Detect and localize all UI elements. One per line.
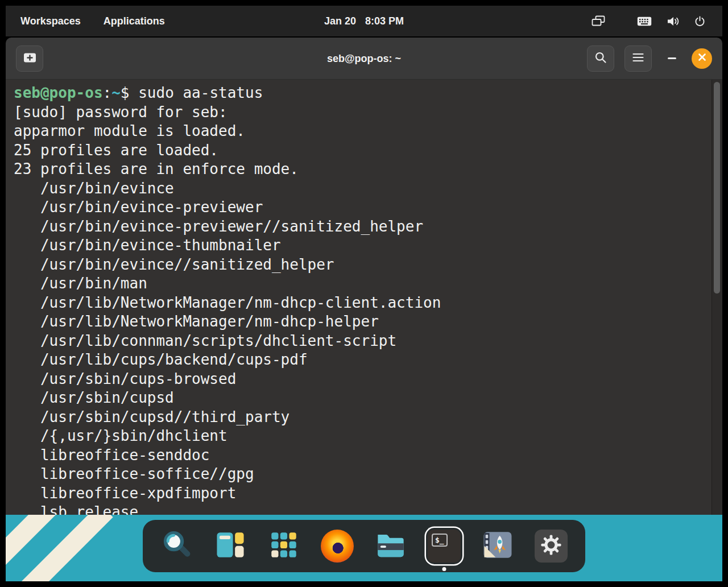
titlebar-controls <box>587 38 712 79</box>
menu-button[interactable] <box>624 46 652 72</box>
desktop-screen: Workspaces Applications Jan 20 8:03 PM <box>0 0 728 587</box>
applications-grid-icon <box>267 528 300 564</box>
clock[interactable]: Jan 20 8:03 PM <box>324 15 404 27</box>
terminal-text: seb@pop-os:~$ sudo aa-status [sudo] pass… <box>6 80 722 515</box>
clock-date: Jan 20 <box>324 15 356 27</box>
gear-icon <box>540 534 562 558</box>
terminal-prompt-glyph: $_ <box>432 534 448 547</box>
top-panel-left: Workspaces Applications <box>6 15 165 27</box>
prompt-separator: : <box>103 84 112 101</box>
dock-item-files[interactable] <box>373 528 409 564</box>
workspaces-menu[interactable]: Workspaces <box>20 15 81 27</box>
close-button[interactable] <box>692 48 712 69</box>
search-button[interactable] <box>587 46 614 72</box>
launcher-search-icon <box>160 528 193 564</box>
dock-item-terminal[interactable]: $_ <box>426 528 462 564</box>
system-status-area[interactable] <box>592 15 722 27</box>
volume-icon[interactable] <box>667 16 680 27</box>
terminal-icon: $_ <box>428 530 461 563</box>
terminal-window: seb@pop-os: ~ <box>6 38 722 515</box>
settings-tile <box>535 530 568 563</box>
power-icon[interactable] <box>694 16 705 27</box>
minimize-icon <box>668 57 676 59</box>
dock-item-settings[interactable] <box>533 528 569 564</box>
scrollbar-thumb[interactable] <box>714 82 720 294</box>
files-icon <box>374 528 407 564</box>
new-tab-button[interactable] <box>16 46 43 72</box>
terminal-content-area[interactable]: seb@pop-os:~$ sudo aa-status [sudo] pass… <box>6 80 722 515</box>
hamburger-menu-icon <box>632 53 644 64</box>
dock-item-applications[interactable] <box>266 528 302 564</box>
videos-icon <box>481 528 514 564</box>
terminal-titlebar[interactable]: seb@pop-os: ~ <box>6 38 722 80</box>
search-icon <box>594 51 607 66</box>
prompt-symbol: $ <box>121 84 138 101</box>
dock-item-firefox[interactable] <box>319 528 355 564</box>
new-tab-icon <box>23 52 36 66</box>
desktop-wallpaper: $_ <box>6 515 722 581</box>
dock-item-videos[interactable] <box>479 528 516 564</box>
terminal-scrollbar[interactable] <box>712 80 722 515</box>
dock: $_ <box>143 520 585 572</box>
workspaces-icon <box>214 528 247 564</box>
firefox-icon <box>321 530 354 563</box>
running-indicator-dot <box>442 567 446 571</box>
clock-time: 8:03 PM <box>365 15 404 27</box>
window-title: seb@pop-os: ~ <box>327 52 401 64</box>
close-icon <box>698 53 706 64</box>
typed-command: sudo aa-status <box>138 84 263 101</box>
keyboard-icon[interactable] <box>637 16 652 26</box>
dock-item-launcher[interactable] <box>159 528 195 564</box>
prompt-path: ~ <box>111 84 121 101</box>
prompt-user-host: seb@pop-os <box>14 84 103 101</box>
applications-menu[interactable]: Applications <box>104 15 165 27</box>
minimize-button[interactable] <box>662 46 681 72</box>
command-output: [sudo] password for seb: apparmor module… <box>14 104 441 515</box>
window-switcher-icon[interactable] <box>592 15 605 27</box>
dock-item-workspaces[interactable] <box>212 528 249 564</box>
top-panel: Workspaces Applications Jan 20 8:03 PM <box>6 6 722 36</box>
